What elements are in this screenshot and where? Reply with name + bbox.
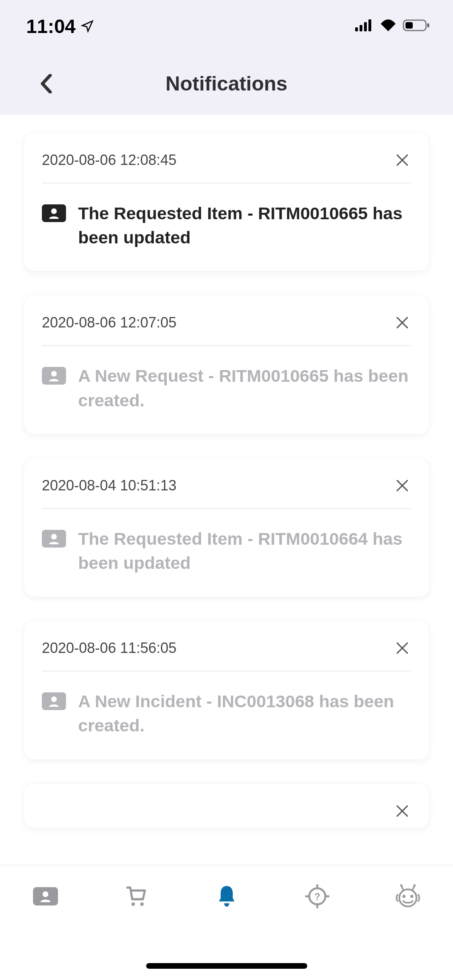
notification-timestamp: 2020-08-06 11:56:05: [42, 640, 176, 657]
bell-icon: [216, 884, 237, 908]
notification-timestamp: 2020-08-04 10:51:13: [42, 477, 176, 494]
svg-point-10: [51, 371, 57, 377]
svg-rect-5: [405, 22, 413, 29]
page-title: Notifications: [165, 72, 288, 95]
home-indicator[interactable]: [146, 963, 307, 969]
contact-card-icon: [42, 204, 66, 222]
location-icon: [81, 15, 94, 37]
status-time-group: 11:04: [22, 15, 94, 37]
contact-card-icon: [42, 367, 66, 385]
svg-rect-3: [368, 19, 371, 31]
svg-point-16: [42, 891, 48, 897]
svg-line-28: [401, 886, 403, 890]
svg-line-30: [412, 886, 414, 890]
svg-point-27: [410, 895, 413, 898]
close-icon: [395, 478, 410, 493]
nav-help[interactable]: ?: [272, 878, 362, 914]
contact-card-icon: [33, 887, 58, 906]
robot-icon: [394, 884, 422, 909]
dismiss-button[interactable]: [393, 314, 411, 331]
svg-point-17: [131, 902, 135, 906]
close-icon: [395, 152, 410, 168]
dismiss-button[interactable]: [393, 802, 411, 820]
header: Notifications: [0, 52, 453, 115]
svg-rect-0: [355, 27, 358, 31]
svg-rect-2: [364, 22, 367, 31]
dismiss-button[interactable]: [393, 639, 411, 657]
notification-card[interactable]: [24, 784, 429, 828]
notification-message: The Requested Item - RITM0010665 has bee…: [78, 201, 411, 249]
notification-timestamp: 2020-08-06 12:07:05: [42, 314, 176, 331]
svg-rect-1: [360, 25, 362, 31]
status-bar: 11:04: [0, 0, 453, 52]
svg-point-31: [413, 884, 416, 887]
dismiss-button[interactable]: [393, 477, 411, 494]
svg-point-18: [140, 902, 144, 906]
svg-point-8: [51, 208, 57, 214]
notification-card[interactable]: 2020-08-06 11:56:05 A New Incident - INC…: [24, 621, 429, 759]
cart-icon: [124, 885, 149, 908]
close-icon: [395, 315, 410, 330]
back-button[interactable]: [32, 70, 60, 98]
cellular-icon: [354, 19, 374, 34]
contact-card-icon: [42, 530, 66, 548]
contact-card-icon: [42, 692, 66, 710]
notification-message: A New Request - RITM0010665 has been cre…: [78, 364, 411, 412]
dismiss-button[interactable]: [393, 151, 411, 169]
notification-card[interactable]: 2020-08-06 12:08:45 The Requested Item -…: [24, 133, 429, 271]
status-indicators: [354, 19, 431, 34]
nav-chatbot[interactable]: [362, 878, 453, 914]
notification-card[interactable]: 2020-08-04 10:51:13 The Requested Item -…: [24, 458, 429, 597]
notification-message: The Requested Item - RITM0010664 has bee…: [78, 527, 411, 575]
chevron-left-icon: [40, 74, 53, 93]
svg-point-14: [51, 696, 57, 702]
battery-icon: [403, 19, 431, 34]
notification-message: A New Incident - INC0013068 has been cre…: [78, 689, 411, 737]
nav-contacts[interactable]: [0, 878, 91, 914]
svg-point-12: [51, 534, 57, 539]
notification-timestamp: 2020-08-06 12:08:45: [42, 152, 176, 169]
notification-card[interactable]: 2020-08-06 12:07:05 A New Request - RITM…: [24, 295, 429, 434]
svg-point-29: [400, 884, 402, 887]
status-time: 11:04: [26, 15, 76, 37]
help-target-icon: ?: [305, 884, 329, 908]
close-icon: [395, 803, 410, 819]
svg-point-26: [402, 895, 405, 898]
svg-point-25: [399, 889, 416, 907]
notifications-list: 2020-08-06 12:08:45 The Requested Item -…: [0, 115, 453, 865]
nav-notifications[interactable]: [181, 878, 272, 914]
close-icon: [395, 640, 410, 656]
nav-cart[interactable]: [91, 878, 181, 914]
wifi-icon: [379, 19, 397, 34]
svg-rect-6: [427, 23, 429, 27]
svg-text:?: ?: [314, 891, 320, 902]
